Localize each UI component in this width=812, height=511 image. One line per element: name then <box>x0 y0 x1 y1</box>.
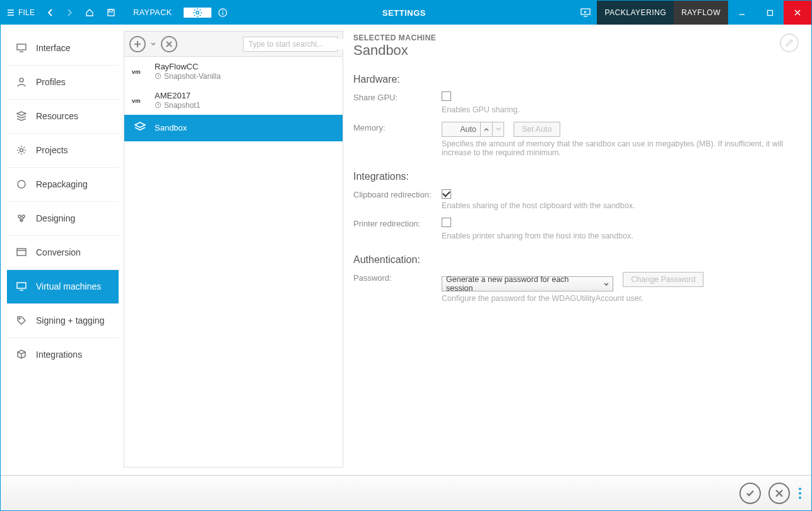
svg-text:vm: vm <box>132 68 141 75</box>
svg-point-8 <box>20 78 23 82</box>
section-hardware-title: Hardware: <box>353 74 799 85</box>
machine-search-input[interactable] <box>247 39 344 49</box>
app-name: RAYPACK <box>122 8 183 17</box>
details-title: Sandbox <box>353 42 436 59</box>
plus-icon <box>133 40 142 49</box>
more-button[interactable] <box>799 488 801 499</box>
remove-machine-button[interactable] <box>161 36 177 52</box>
file-menu-button[interactable]: FILE <box>1 1 41 25</box>
field-clipboard-redirection: Clipboard redirection: Enables sharing o… <box>353 189 799 210</box>
sidebar-item-label: Integrations <box>36 349 82 360</box>
svg-point-4 <box>222 10 223 11</box>
machine-item-ame2017[interactable]: vm AME2017 Snapshot1 <box>124 86 343 115</box>
home-icon <box>85 8 94 17</box>
sidebar-item-repackaging[interactable]: Repackaging <box>7 167 119 201</box>
edit-button[interactable] <box>780 33 799 52</box>
svg-point-12 <box>22 215 25 218</box>
memory-step-up[interactable] <box>481 122 492 136</box>
caret-down-icon <box>151 42 156 46</box>
machine-list: vm RayFlowCC Snapshot-Vanilla vm AME2017… <box>124 57 343 467</box>
machine-title: RayFlowCC <box>155 62 221 72</box>
change-password-button[interactable]: Change Password <box>623 272 703 287</box>
field-password: Password: Generate a new password for ea… <box>353 272 799 303</box>
machine-search[interactable] <box>243 37 338 52</box>
monitor-icon <box>16 281 27 292</box>
sidebar-item-label: Resources <box>36 111 78 121</box>
section-authentication-title: Authentication: <box>353 254 799 266</box>
settings-tab[interactable] <box>184 8 211 18</box>
memory-spinner[interactable]: Auto <box>442 122 504 137</box>
sidebar-item-resources[interactable]: Resources <box>7 99 119 133</box>
chevron-left-icon <box>47 9 54 16</box>
sidebar-item-conversion[interactable]: Conversion <box>7 235 119 269</box>
window-icon <box>16 247 27 258</box>
memory-step-down[interactable] <box>492 122 503 136</box>
machine-item-sandbox[interactable]: Sandbox <box>124 115 343 141</box>
apply-button[interactable] <box>739 483 761 504</box>
add-machine-button[interactable] <box>129 36 146 52</box>
sidebar-item-integrations[interactable]: Integrations <box>7 338 119 372</box>
screen-share-icon <box>580 8 591 17</box>
sidebar-item-designing[interactable]: Designing <box>7 201 119 235</box>
title-bar: FILE RAYPACK SETTINGS PACKLAYERING RAYFL… <box>1 1 811 25</box>
sandbox-icon <box>132 120 148 136</box>
section-integrations-title: Integrations: <box>353 171 799 182</box>
window-minimize-button[interactable] <box>728 1 756 25</box>
main-area: Interface Profiles Resources Projects Re… <box>1 25 811 475</box>
share-gpu-checkbox[interactable] <box>442 91 451 101</box>
svg-rect-6 <box>767 10 772 15</box>
footer-bar <box>1 475 811 510</box>
gear-icon <box>192 8 203 18</box>
minimize-icon <box>738 9 746 16</box>
clipboard-checkbox[interactable] <box>442 189 451 199</box>
field-share-gpu: Share GPU: Enables GPU sharing. <box>353 91 799 114</box>
add-machine-dropdown[interactable] <box>150 36 157 52</box>
forward-button[interactable] <box>60 1 79 25</box>
sidebar-item-profiles[interactable]: Profiles <box>7 65 119 99</box>
sidebar-item-label: Interface <box>36 43 70 53</box>
sidebar-item-interface[interactable]: Interface <box>7 31 119 65</box>
vm-icon: vm <box>132 63 148 79</box>
sidebar-item-label: Projects <box>36 145 68 155</box>
svg-rect-14 <box>17 249 26 256</box>
back-button[interactable] <box>41 1 60 25</box>
sidebar-item-label: Designing <box>36 213 75 223</box>
sidebar-item-label: Profiles <box>36 77 66 87</box>
vm-icon: vm <box>132 92 148 109</box>
memory-set-auto-button[interactable]: Set Auto <box>514 122 560 137</box>
packlayering-button[interactable]: PACKLAYERING <box>597 1 674 25</box>
sidebar-item-signing-tagging[interactable]: Signing + tagging <box>7 303 119 338</box>
cancel-button[interactable] <box>768 483 790 504</box>
password-help: Configure the password for the WDAGUtili… <box>442 294 795 303</box>
printer-label: Printer redirection: <box>353 218 442 228</box>
machine-subtitle: Snapshot1 <box>155 101 200 110</box>
share-gpu-label: Share GPU: <box>353 91 442 102</box>
password-mode-select[interactable]: Generate a new password for each session <box>442 276 613 291</box>
svg-point-16 <box>19 318 20 319</box>
field-memory: Memory: Auto Set Auto Specifies the amou… <box>353 122 799 157</box>
machine-list-panel: vm RayFlowCC Snapshot-Vanilla vm AME2017… <box>124 31 343 467</box>
svg-text:vm: vm <box>132 97 141 104</box>
printer-checkbox[interactable] <box>442 218 451 227</box>
history-icon <box>155 102 162 109</box>
caret-up-icon <box>484 127 489 131</box>
rayflow-button[interactable]: RAYFLOW <box>674 1 728 25</box>
info-button[interactable] <box>211 1 234 25</box>
close-icon <box>794 9 801 16</box>
sidebar-item-virtual-machines[interactable]: Virtual machines <box>7 269 119 303</box>
field-printer-redirection: Printer redirection: Enables printer sha… <box>353 218 799 240</box>
window-maximize-button[interactable] <box>756 1 784 25</box>
svg-point-11 <box>18 215 21 218</box>
details-eyebrow: SELECTED MACHINE <box>353 33 436 42</box>
pencil-icon <box>784 38 794 48</box>
sidebar-item-label: Repackaging <box>36 179 88 189</box>
caret-down-icon <box>604 279 609 288</box>
details-panel: SELECTED MACHINE Sandbox Hardware: Share… <box>343 25 811 475</box>
present-button[interactable] <box>574 1 597 25</box>
sidebar-item-projects[interactable]: Projects <box>7 133 119 167</box>
home-button[interactable] <box>79 1 100 25</box>
title-center: SETTINGS <box>234 1 575 25</box>
save-button[interactable] <box>100 1 122 25</box>
machine-item-rayflowcc[interactable]: vm RayFlowCC Snapshot-Vanilla <box>124 57 343 86</box>
window-close-button[interactable] <box>784 1 811 25</box>
